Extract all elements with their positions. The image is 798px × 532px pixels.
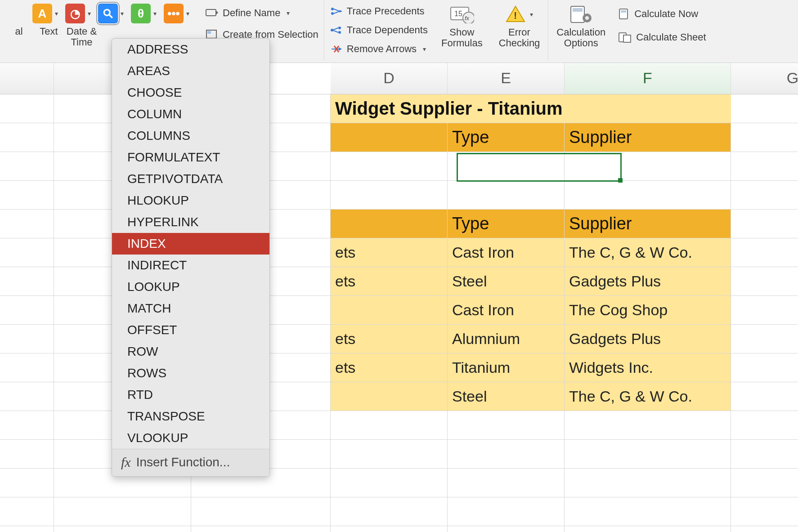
remove-arrows-button[interactable]: Remove Arrows ▾ — [328, 40, 430, 58]
define-name-button[interactable]: Define Name ▾ — [204, 4, 320, 22]
show-formulas-button[interactable]: 15fx Show Formulas — [437, 2, 487, 50]
dropdown-item-match[interactable]: MATCH — [112, 298, 269, 319]
cell-supplier[interactable]: The C, G & W Co. — [565, 238, 731, 267]
fn-category-lookup[interactable]: ▾ — [98, 4, 131, 23]
dropdown-item-offset[interactable]: OFFSET — [112, 319, 269, 341]
cell-product[interactable]: ets — [331, 267, 448, 296]
cell[interactable] — [565, 181, 731, 210]
cell[interactable] — [0, 123, 54, 152]
cell-type[interactable]: Steel — [448, 382, 565, 411]
cell-product[interactable] — [331, 296, 448, 325]
trace-dependents-button[interactable]: Trace Dependents — [328, 22, 430, 39]
dropdown-item-hyperlink[interactable]: HYPERLINK — [112, 211, 269, 233]
col-header-e[interactable]: E — [448, 63, 565, 94]
cell[interactable] — [331, 152, 448, 181]
cell[interactable] — [448, 497, 565, 526]
cell[interactable] — [731, 353, 798, 382]
cell[interactable] — [0, 152, 54, 181]
dropdown-item-formulatext[interactable]: FORMULATEXT — [112, 147, 269, 168]
cell[interactable] — [565, 526, 731, 532]
cell[interactable] — [448, 152, 565, 181]
dropdown-item-lookup[interactable]: LOOKUP — [112, 276, 269, 298]
dropdown-item-rtd[interactable]: RTD — [112, 384, 269, 406]
header-supplier-2[interactable]: Supplier — [565, 210, 731, 238]
dropdown-item-address[interactable]: ADDRESS — [112, 39, 269, 60]
fn-category-text[interactable]: A ▾ Text — [32, 4, 65, 37]
cell[interactable] — [565, 469, 731, 497]
cell[interactable] — [731, 440, 798, 469]
cell-product[interactable]: ets — [331, 353, 448, 382]
cell[interactable] — [731, 94, 798, 123]
cell[interactable] — [565, 152, 731, 181]
cell[interactable] — [0, 469, 54, 497]
cell[interactable] — [54, 526, 191, 532]
fn-category-date-time[interactable]: ◔ ▾ Date & Time — [65, 4, 98, 48]
cell[interactable] — [0, 325, 54, 353]
cell[interactable] — [565, 440, 731, 469]
cell[interactable] — [54, 497, 191, 526]
cell[interactable] — [731, 497, 798, 526]
calculate-now-button[interactable]: Calculate Now — [616, 5, 708, 22]
col-header-g[interactable]: G — [731, 63, 798, 94]
dropdown-item-areas[interactable]: AREAS — [112, 60, 269, 82]
header-supplier[interactable]: Supplier — [565, 123, 731, 152]
dropdown-item-row[interactable]: ROW — [112, 341, 269, 362]
cell[interactable] — [0, 210, 54, 238]
cell[interactable] — [731, 411, 798, 440]
cell[interactable] — [331, 210, 448, 238]
insert-function-button[interactable]: fx Insert Function... — [112, 449, 269, 476]
cell-supplier[interactable]: Widgets Inc. — [565, 353, 731, 382]
cell-product[interactable] — [331, 382, 448, 411]
cell-product[interactable]: ets — [331, 238, 448, 267]
cell[interactable] — [0, 440, 54, 469]
dropdown-item-getpivotdata[interactable]: GETPIVOTDATA — [112, 168, 269, 190]
cell-type[interactable]: Titanium — [448, 353, 565, 382]
cell-type[interactable]: Cast Iron — [448, 238, 565, 267]
dropdown-item-transpose[interactable]: TRANSPOSE — [112, 406, 269, 427]
cell[interactable] — [0, 94, 54, 123]
title-cell[interactable]: Widget Supplier - Titanium — [331, 94, 731, 123]
cell[interactable] — [0, 296, 54, 325]
cell[interactable] — [0, 181, 54, 210]
cell-type[interactable]: Steel — [448, 267, 565, 296]
cell[interactable] — [331, 526, 448, 532]
cell[interactable] — [731, 210, 798, 238]
trace-precedents-button[interactable]: Trace Precedents — [328, 3, 430, 20]
dropdown-item-indirect[interactable]: INDIRECT — [112, 255, 269, 276]
fn-category-math[interactable]: θ ▾ — [131, 4, 164, 23]
cell[interactable] — [731, 325, 798, 353]
cell[interactable] — [331, 497, 448, 526]
cell[interactable] — [448, 526, 565, 532]
dropdown-item-vlookup[interactable]: VLOOKUP — [112, 427, 269, 449]
fn-category-more[interactable]: ••• ▾ — [164, 4, 197, 23]
cell[interactable] — [731, 469, 798, 497]
cell-type[interactable]: Alumnium — [448, 325, 565, 353]
cell-product[interactable]: ets — [331, 325, 448, 353]
col-header-f[interactable]: F — [565, 63, 731, 94]
cell[interactable] — [331, 411, 448, 440]
error-checking-button[interactable]: ! ▾ Error Checking — [494, 2, 545, 50]
cell[interactable] — [731, 123, 798, 152]
cell[interactable] — [731, 152, 798, 181]
cell[interactable] — [565, 411, 731, 440]
cell-type[interactable]: Cast Iron — [448, 296, 565, 325]
cell[interactable] — [0, 267, 54, 296]
dropdown-item-columns[interactable]: COLUMNS — [112, 125, 269, 147]
cell[interactable] — [0, 382, 54, 411]
cell-supplier[interactable]: The Cog Shop — [565, 296, 731, 325]
cell[interactable] — [0, 497, 54, 526]
cell[interactable] — [0, 526, 54, 532]
col-header-d[interactable]: D — [331, 63, 448, 94]
col-header-blank[interactable] — [0, 63, 54, 94]
dropdown-item-hlookup[interactable]: HLOOKUP — [112, 190, 269, 211]
cell[interactable] — [448, 469, 565, 497]
cell[interactable] — [331, 123, 448, 152]
cell[interactable] — [731, 181, 798, 210]
cell[interactable] — [448, 440, 565, 469]
cell[interactable] — [331, 469, 448, 497]
fn-category-partial[interactable]: al — [5, 4, 32, 37]
header-type-2[interactable]: Type — [448, 210, 565, 238]
dropdown-item-choose[interactable]: CHOOSE — [112, 82, 269, 103]
calculation-options-button[interactable]: Calculation Options — [552, 2, 610, 50]
dropdown-item-index[interactable]: INDEX — [112, 233, 269, 255]
